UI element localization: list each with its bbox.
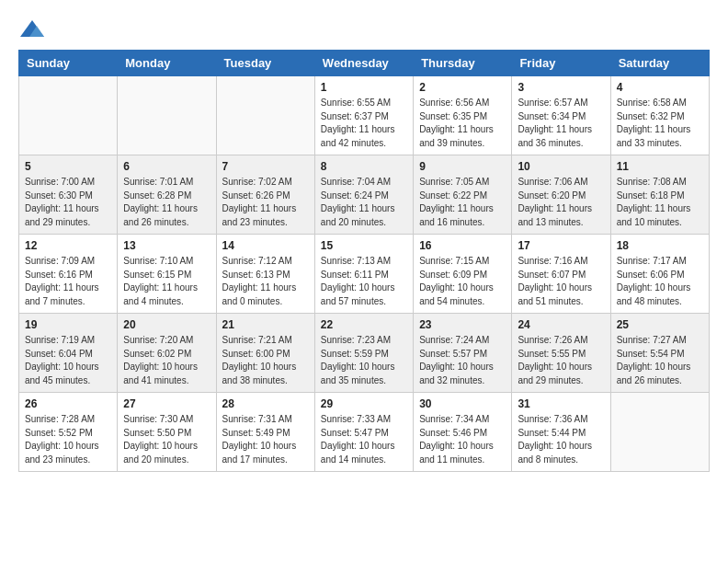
- day-info: Sunrise: 7:12 AM Sunset: 6:13 PM Dayligh…: [222, 255, 309, 308]
- calendar-cell: [19, 76, 118, 155]
- calendar-week-row: 5Sunrise: 7:00 AM Sunset: 6:30 PM Daylig…: [19, 155, 710, 235]
- day-number: 7: [222, 160, 309, 173]
- calendar-cell: [216, 76, 314, 155]
- calendar-cell: 24Sunrise: 7:26 AM Sunset: 5:55 PM Dayli…: [512, 314, 610, 393]
- day-info: Sunrise: 7:33 AM Sunset: 5:47 PM Dayligh…: [321, 413, 407, 466]
- day-number: 21: [222, 318, 309, 331]
- day-number: 25: [617, 318, 703, 331]
- day-info: Sunrise: 7:21 AM Sunset: 6:00 PM Dayligh…: [222, 334, 309, 387]
- day-info: Sunrise: 7:31 AM Sunset: 5:49 PM Dayligh…: [222, 413, 309, 466]
- day-info: Sunrise: 7:23 AM Sunset: 5:59 PM Dayligh…: [321, 334, 407, 387]
- day-number: 5: [25, 160, 111, 173]
- day-number: 27: [123, 397, 210, 410]
- calendar-cell: 25Sunrise: 7:27 AM Sunset: 5:54 PM Dayli…: [610, 314, 709, 393]
- day-info: Sunrise: 7:20 AM Sunset: 6:02 PM Dayligh…: [123, 334, 210, 387]
- calendar-week-row: 12Sunrise: 7:09 AM Sunset: 6:16 PM Dayli…: [19, 235, 710, 314]
- calendar-cell: 14Sunrise: 7:12 AM Sunset: 6:13 PM Dayli…: [216, 235, 314, 314]
- day-of-week-header: Sunday: [19, 51, 118, 76]
- logo-icon: [18, 18, 46, 40]
- calendar-cell: 17Sunrise: 7:16 AM Sunset: 6:07 PM Dayli…: [512, 235, 610, 314]
- calendar-cell: 21Sunrise: 7:21 AM Sunset: 6:00 PM Dayli…: [216, 314, 314, 393]
- calendar-cell: 7Sunrise: 7:02 AM Sunset: 6:26 PM Daylig…: [216, 155, 314, 235]
- calendar-cell: 5Sunrise: 7:00 AM Sunset: 6:30 PM Daylig…: [19, 155, 118, 235]
- day-number: 14: [222, 239, 309, 252]
- day-info: Sunrise: 7:17 AM Sunset: 6:06 PM Dayligh…: [617, 255, 703, 308]
- day-number: 9: [419, 160, 506, 173]
- calendar-cell: 8Sunrise: 7:04 AM Sunset: 6:24 PM Daylig…: [314, 155, 413, 235]
- day-number: 13: [123, 239, 210, 252]
- day-info: Sunrise: 7:30 AM Sunset: 5:50 PM Dayligh…: [123, 413, 210, 466]
- calendar-cell: 20Sunrise: 7:20 AM Sunset: 6:02 PM Dayli…: [118, 314, 216, 393]
- calendar-week-row: 26Sunrise: 7:28 AM Sunset: 5:52 PM Dayli…: [19, 393, 710, 472]
- calendar-cell: 18Sunrise: 7:17 AM Sunset: 6:06 PM Dayli…: [610, 235, 709, 314]
- day-of-week-header: Monday: [118, 51, 216, 76]
- day-number: 26: [25, 397, 111, 410]
- day-info: Sunrise: 7:04 AM Sunset: 6:24 PM Dayligh…: [321, 176, 407, 229]
- day-info: Sunrise: 7:13 AM Sunset: 6:11 PM Dayligh…: [321, 255, 407, 308]
- day-info: Sunrise: 7:34 AM Sunset: 5:46 PM Dayligh…: [419, 413, 506, 466]
- calendar-header-row: SundayMondayTuesdayWednesdayThursdayFrid…: [19, 51, 710, 76]
- calendar-week-row: 19Sunrise: 7:19 AM Sunset: 6:04 PM Dayli…: [19, 314, 710, 393]
- day-number: 8: [321, 160, 407, 173]
- day-info: Sunrise: 7:02 AM Sunset: 6:26 PM Dayligh…: [222, 176, 309, 229]
- day-number: 19: [25, 318, 111, 331]
- day-info: Sunrise: 6:55 AM Sunset: 6:37 PM Dayligh…: [321, 97, 407, 150]
- calendar-cell: 19Sunrise: 7:19 AM Sunset: 6:04 PM Dayli…: [19, 314, 118, 393]
- day-of-week-header: Wednesday: [314, 51, 413, 76]
- calendar-week-row: 1Sunrise: 6:55 AM Sunset: 6:37 PM Daylig…: [19, 76, 710, 155]
- calendar-cell: 4Sunrise: 6:58 AM Sunset: 6:32 PM Daylig…: [610, 76, 709, 155]
- day-number: 28: [222, 397, 309, 410]
- day-number: 15: [321, 239, 407, 252]
- calendar-cell: [118, 76, 216, 155]
- calendar-cell: 9Sunrise: 7:05 AM Sunset: 6:22 PM Daylig…: [414, 155, 512, 235]
- day-info: Sunrise: 7:00 AM Sunset: 6:30 PM Dayligh…: [25, 176, 111, 229]
- calendar-cell: 27Sunrise: 7:30 AM Sunset: 5:50 PM Dayli…: [118, 393, 216, 472]
- calendar-cell: 31Sunrise: 7:36 AM Sunset: 5:44 PM Dayli…: [512, 393, 610, 472]
- day-number: 20: [123, 318, 210, 331]
- day-number: 30: [419, 397, 506, 410]
- day-of-week-header: Tuesday: [216, 51, 314, 76]
- day-number: 4: [617, 81, 703, 94]
- calendar-cell: [610, 393, 709, 472]
- day-number: 24: [518, 318, 604, 331]
- page-header: [18, 18, 710, 40]
- calendar-cell: 16Sunrise: 7:15 AM Sunset: 6:09 PM Dayli…: [414, 235, 512, 314]
- day-info: Sunrise: 7:36 AM Sunset: 5:44 PM Dayligh…: [518, 413, 604, 466]
- day-number: 11: [617, 160, 703, 173]
- day-number: 23: [419, 318, 506, 331]
- calendar-cell: 10Sunrise: 7:06 AM Sunset: 6:20 PM Dayli…: [512, 155, 610, 235]
- calendar-cell: 6Sunrise: 7:01 AM Sunset: 6:28 PM Daylig…: [118, 155, 216, 235]
- day-number: 17: [518, 239, 604, 252]
- calendar-cell: 12Sunrise: 7:09 AM Sunset: 6:16 PM Dayli…: [19, 235, 118, 314]
- calendar-cell: 1Sunrise: 6:55 AM Sunset: 6:37 PM Daylig…: [314, 76, 413, 155]
- day-info: Sunrise: 7:15 AM Sunset: 6:09 PM Dayligh…: [419, 255, 506, 308]
- calendar-cell: 30Sunrise: 7:34 AM Sunset: 5:46 PM Dayli…: [414, 393, 512, 472]
- calendar-cell: 28Sunrise: 7:31 AM Sunset: 5:49 PM Dayli…: [216, 393, 314, 472]
- day-number: 22: [321, 318, 407, 331]
- day-number: 18: [617, 239, 703, 252]
- day-number: 3: [518, 81, 604, 94]
- day-info: Sunrise: 7:08 AM Sunset: 6:18 PM Dayligh…: [617, 176, 703, 229]
- day-number: 6: [123, 160, 210, 173]
- day-info: Sunrise: 7:24 AM Sunset: 5:57 PM Dayligh…: [419, 334, 506, 387]
- day-number: 31: [518, 397, 604, 410]
- calendar-table: SundayMondayTuesdayWednesdayThursdayFrid…: [18, 50, 710, 472]
- day-info: Sunrise: 7:26 AM Sunset: 5:55 PM Dayligh…: [518, 334, 604, 387]
- calendar-cell: 26Sunrise: 7:28 AM Sunset: 5:52 PM Dayli…: [19, 393, 118, 472]
- calendar-cell: 13Sunrise: 7:10 AM Sunset: 6:15 PM Dayli…: [118, 235, 216, 314]
- day-number: 16: [419, 239, 506, 252]
- day-info: Sunrise: 7:05 AM Sunset: 6:22 PM Dayligh…: [419, 176, 506, 229]
- logo: [18, 18, 50, 40]
- day-of-week-header: Thursday: [414, 51, 512, 76]
- day-info: Sunrise: 6:56 AM Sunset: 6:35 PM Dayligh…: [419, 97, 506, 150]
- day-info: Sunrise: 7:09 AM Sunset: 6:16 PM Dayligh…: [25, 255, 111, 308]
- calendar-cell: 29Sunrise: 7:33 AM Sunset: 5:47 PM Dayli…: [314, 393, 413, 472]
- day-info: Sunrise: 7:27 AM Sunset: 5:54 PM Dayligh…: [617, 334, 703, 387]
- day-info: Sunrise: 7:01 AM Sunset: 6:28 PM Dayligh…: [123, 176, 210, 229]
- day-info: Sunrise: 6:57 AM Sunset: 6:34 PM Dayligh…: [518, 97, 604, 150]
- day-number: 1: [321, 81, 407, 94]
- day-info: Sunrise: 7:28 AM Sunset: 5:52 PM Dayligh…: [25, 413, 111, 466]
- calendar-cell: 15Sunrise: 7:13 AM Sunset: 6:11 PM Dayli…: [314, 235, 413, 314]
- day-info: Sunrise: 6:58 AM Sunset: 6:32 PM Dayligh…: [617, 97, 703, 150]
- day-number: 12: [25, 239, 111, 252]
